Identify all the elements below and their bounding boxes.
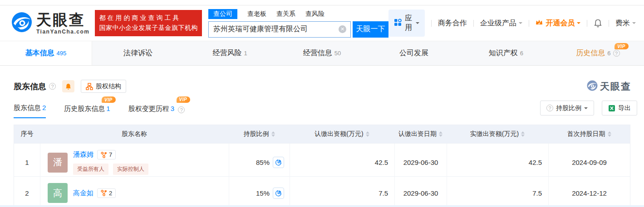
table-actions: ? 持股比例 导出 (540, 101, 637, 118)
company-nav-tabs: 基本信息 495 法律诉讼 经营风险 1 经营信息 50 公司发展 知识产权 6… (0, 41, 644, 66)
nav-tab-operating-risk[interactable]: 经营风险 1 (184, 41, 276, 65)
business-label: 商务合作 (438, 19, 467, 28)
slogan-line-2: 国家中小企业发展子基金旗下机构 (99, 23, 198, 33)
search-tabs: 查公司 查老板 查关系 查风险 (208, 9, 388, 19)
brand-domain: TianYanCha.com (36, 29, 89, 34)
excel-icon (608, 105, 615, 112)
nav-tab-label: 基本信息 (25, 48, 54, 58)
subtab-historical-shareholders[interactable]: VIP 历史股东信息1 (64, 97, 110, 118)
divider (529, 20, 529, 27)
chevron-down-icon (519, 22, 522, 26)
nav-tab-business-info[interactable]: 经营信息 50 (276, 41, 368, 65)
help-icon[interactable]: ? (178, 106, 185, 113)
related-companies-badge[interactable]: 7 (97, 150, 116, 159)
cell-subscribed-date: 2029-06-30 (394, 177, 447, 207)
search-input[interactable] (209, 22, 350, 37)
tianyancha-eye-icon (587, 80, 598, 93)
apps-button[interactable]: 应用 (388, 10, 425, 37)
shareholders-table: 序号 股东名称 持股比例 认缴出资额(万元) 认缴出资日期 实缴出资额(万元) … (14, 125, 630, 206)
subtab-shareholders[interactable]: 股东信息2 (14, 96, 46, 118)
section-title: 股东信息 (14, 81, 46, 92)
brand-name: 天眼查 (36, 12, 89, 27)
avatar[interactable]: 潘 (48, 153, 68, 173)
bell-icon (594, 19, 602, 28)
nav-tab-label: 知识产权 (489, 48, 518, 58)
clear-search-icon[interactable]: ✕ (339, 25, 346, 33)
related-companies-badge[interactable]: 2 (97, 188, 116, 198)
cell-index: 1 (14, 144, 40, 181)
nav-tab-basic-info[interactable]: 基本信息 495 (0, 41, 92, 65)
shareholder-section-header: 股东信息 ? 股权结构 天眼查 (14, 80, 631, 93)
header-cell-paid-amount[interactable]: 实缴出资额(万元) (447, 125, 548, 143)
tianyancha-eye-icon (11, 12, 32, 34)
org-chart-icon (86, 83, 93, 90)
equity-structure-button[interactable]: 股权结构 (81, 80, 126, 93)
username-label: 费米 (615, 19, 630, 28)
cell-shareholder: 潘 潘森姆 7 受益所有人 实际控制人 (40, 144, 229, 181)
export-button[interactable]: 导出 (602, 101, 637, 116)
header-cell-subscribed-date[interactable]: 认缴出资日期 (394, 125, 447, 143)
header-cell-first-holding-date[interactable]: 首次持股日期 (548, 125, 630, 143)
tag-actual-controller: 实际控制人 (113, 164, 148, 175)
nav-tab-legal[interactable]: 法律诉讼 (92, 41, 184, 65)
sort-icon[interactable] (521, 131, 525, 137)
watermark-logo: 天眼查 (587, 80, 631, 93)
nav-tab-count: 6 (607, 50, 610, 57)
shareholder-link[interactable]: 潘森姆 (73, 150, 93, 159)
nav-tab-count: 6 (520, 50, 523, 57)
nav-tab-company-development[interactable]: 公司发展 (368, 41, 460, 65)
tag-beneficial-owner: 受益所有人 (73, 164, 108, 175)
chevron-down-icon (416, 22, 419, 26)
vip-badge: VIP (102, 96, 116, 103)
subtab-count: 3 (171, 105, 174, 112)
nav-tab-label: 历史信息 (576, 48, 605, 58)
subtab-equity-change-history[interactable]: VIP 股权变更历程3 ? (128, 97, 185, 119)
nav-tab-label: 公司发展 (399, 48, 428, 58)
user-account-menu[interactable]: 费米 (615, 19, 636, 28)
ratio-filter-button[interactable]: ? 持股比例 (540, 101, 594, 116)
search-button[interactable]: 天眼一下 (353, 21, 388, 38)
open-vip-button[interactable]: 开通会员 (535, 19, 580, 28)
pie-chart-icon[interactable] (273, 188, 284, 199)
help-icon[interactable]: ? (49, 83, 56, 90)
avatar[interactable]: 高 (48, 183, 68, 203)
pie-chart-icon[interactable] (273, 157, 284, 168)
sort-icon[interactable] (271, 131, 275, 137)
chevron-down-icon (632, 22, 636, 26)
search-input-wrap: ✕ (208, 21, 351, 38)
nav-tab-history-info[interactable]: VIP 历史信息 6 ? (552, 41, 644, 65)
cell-subscribed-amount: 7.5 (290, 177, 394, 207)
sort-icon[interactable] (439, 131, 442, 137)
shareholder-link[interactable]: 高金如 (73, 189, 93, 197)
menu-item-enterprise[interactable]: 企业级产品 (480, 19, 522, 28)
next-section-edge (0, 205, 644, 207)
menu-item-business[interactable]: 商务合作 (438, 19, 467, 28)
nav-tab-count: 1 (244, 50, 247, 57)
related-companies-count: 2 (109, 190, 112, 197)
bell-icon (65, 83, 72, 90)
apps-label: 应用 (405, 14, 413, 33)
header-cell-index: 序号 (14, 125, 40, 143)
divider (431, 20, 432, 27)
search-tab-risk[interactable]: 查风险 (305, 9, 324, 19)
sort-icon[interactable] (608, 131, 611, 137)
search-block: 查公司 查老板 查关系 查风险 ✕ 天眼一下 (208, 9, 388, 38)
header-cell-ratio[interactable]: 持股比例 (229, 125, 290, 143)
search-tab-relation[interactable]: 查关系 (276, 9, 295, 19)
search-tab-company[interactable]: 查公司 (208, 9, 237, 19)
sort-icon[interactable] (366, 131, 369, 137)
nav-tab-intellectual-property[interactable]: 知识产权 6 (460, 41, 552, 65)
slogan-line-1: 都在用的商业查询工具 (99, 13, 198, 23)
notifications-bell-button[interactable] (594, 19, 602, 28)
subscribe-bell-button[interactable] (62, 80, 74, 92)
header-cell-subscribed-amount[interactable]: 认缴出资额(万元) (290, 125, 394, 143)
help-icon[interactable]: ? (613, 50, 620, 57)
ratio-filter-label: 持股比例 (556, 104, 581, 112)
search-tab-boss[interactable]: 查老板 (247, 9, 266, 19)
relation-graph-icon (101, 152, 107, 158)
nav-tab-label: 经营信息 (303, 48, 332, 58)
tianyancha-logo[interactable]: 天眼查 TianYanCha.com (11, 12, 89, 34)
equity-structure-label: 股权结构 (96, 82, 121, 91)
cell-subscribed-date: 2029-06-30 (394, 144, 447, 181)
divider (473, 20, 474, 27)
